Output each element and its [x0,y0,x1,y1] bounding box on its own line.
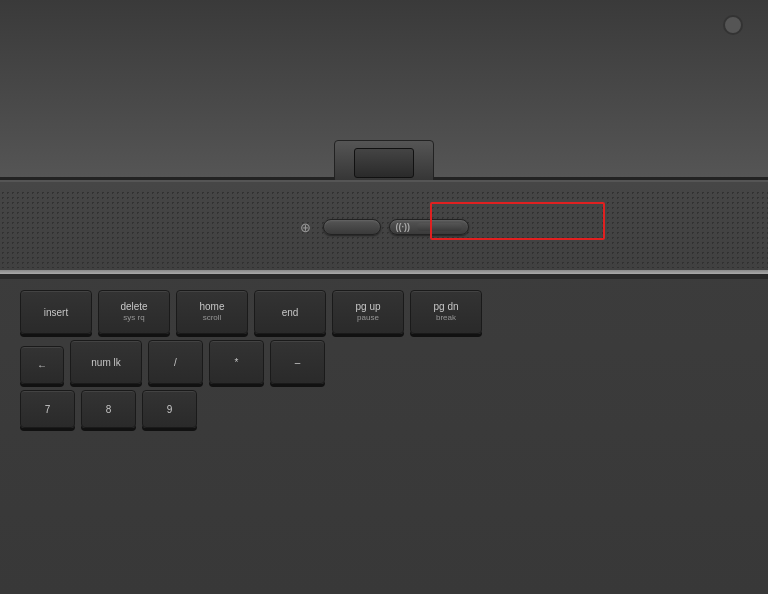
laptop-scene: ⊕ ((·)) insert [0,0,768,594]
hinge-clip [354,148,414,178]
key-slash[interactable]: / [148,340,203,384]
wifi-icon: ((·)) [396,222,411,232]
key-row-1: insert delete sys rq home scroll end pg … [20,290,748,334]
button-row: ⊕ ((·)) [0,210,768,244]
keyboard-area: insert delete sys rq home scroll end pg … [0,278,768,594]
key-num9[interactable]: 9 [142,390,197,428]
key-pgdn[interactable]: pg dn break [410,290,482,334]
key-num8[interactable]: 8 [81,390,136,428]
key-numlk[interactable]: num lk [70,340,142,384]
key-row-3: 7 8 9 [20,390,748,428]
key-arrow-left[interactable]: ← [20,346,64,384]
key-row-2: ← num lk / * – [20,340,748,384]
speaker-bar: ⊕ ((·)) [0,182,768,277]
key-asterisk[interactable]: * [209,340,264,384]
key-home[interactable]: home scroll [176,290,248,334]
hardware-button-1[interactable] [323,219,381,235]
key-minus[interactable]: – [270,340,325,384]
globe-icon: ⊕ [300,220,311,235]
key-pgup[interactable]: pg up pause [332,290,404,334]
key-insert[interactable]: insert [20,290,92,334]
top-corner-circle [723,15,743,35]
key-end[interactable]: end [254,290,326,334]
key-delete[interactable]: delete sys rq [98,290,170,334]
keyboard-deck: ⊕ ((·)) insert [0,180,768,594]
hardware-button-wifi[interactable]: ((·)) [389,219,469,235]
key-num7[interactable]: 7 [20,390,75,428]
